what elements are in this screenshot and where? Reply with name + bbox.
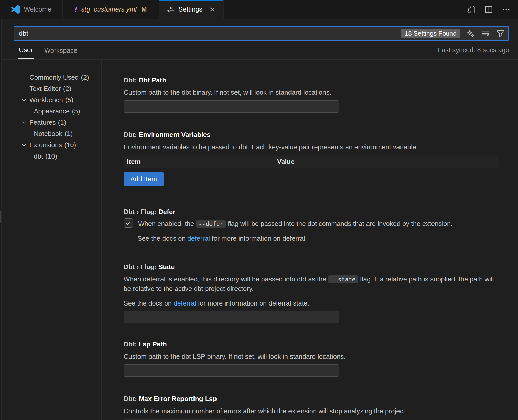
close-tab-icon[interactable] (209, 6, 216, 13)
split-editor-icon[interactable] (485, 5, 493, 14)
docs-note: See the docs on deferral for more inform… (124, 234, 499, 243)
open-settings-json-icon[interactable] (467, 5, 476, 14)
tab-welcome[interactable]: Welcome (0, 0, 63, 19)
setting-max-error-reporting-lsp: Dbt: Max Error Reporting Lsp Controls th… (124, 395, 499, 420)
table-header-row: Item Value (124, 156, 499, 168)
chevron-down-icon[interactable] (21, 142, 29, 148)
tab-settings[interactable]: Settings (159, 0, 224, 19)
tab-label: stg_customers.yml (81, 5, 137, 13)
text-caret (29, 29, 29, 38)
env-variables-table: Item Value (124, 156, 499, 168)
setting-flag-defer: Dbt › Flag: Defer When enabled, the --de… (124, 208, 499, 243)
dbt-path-input[interactable] (124, 100, 339, 113)
deferral-docs-link[interactable]: deferral (174, 299, 196, 307)
column-header-value: Value (277, 158, 295, 166)
setting-description: Custom path to the dbt binary. If not se… (124, 88, 499, 97)
settings-toc: Commonly Used (2) Text Editor (2) Workbe… (0, 60, 102, 420)
setting-flag-state: Dbt › Flag: State When deferral is enabl… (124, 263, 499, 323)
column-header-item: Item (124, 158, 277, 166)
sash-handle[interactable] (0, 211, 1, 223)
last-synced-label: Last synced: 8 secs ago (438, 46, 509, 54)
max-error-reporting-input[interactable] (124, 419, 226, 420)
chevron-down-icon[interactable] (21, 120, 29, 125)
setting-title: Dbt: Environment Variables (124, 131, 499, 139)
toc-item-appearance[interactable]: Appearance (5) (0, 106, 101, 117)
setting-title: Dbt: Max Error Reporting Lsp (124, 395, 499, 403)
settings-list: Dbt: Dbt Path Custom path to the dbt bin… (102, 60, 518, 420)
tab-label: Settings (178, 5, 202, 13)
setting-title: Dbt: Lsp Path (124, 340, 499, 348)
tab-label: Welcome (24, 5, 51, 13)
state-directory-input[interactable] (124, 311, 339, 323)
code-chip-defer: --defer (196, 220, 226, 228)
setting-description: Environment variables to be passed to db… (124, 142, 499, 152)
toc-item-text-editor[interactable]: Text Editor (2) (0, 83, 101, 94)
vscode-window: Welcome ! stg_customers.yml M Settings (0, 0, 518, 420)
editor-tab-bar: Welcome ! stg_customers.yml M Settings (0, 0, 518, 19)
yaml-file-icon: ! (74, 5, 77, 14)
docs-note: See the docs on deferral for more inform… (124, 299, 499, 308)
defer-checkbox-checked[interactable] (124, 218, 133, 228)
code-chip-state: --state (328, 275, 358, 284)
editor-actions (224, 0, 518, 19)
chevron-down-icon[interactable] (21, 97, 29, 103)
settings-search-input[interactable]: dbt 18 Settings Found (14, 26, 509, 41)
search-query-text: dbt (19, 29, 28, 37)
deferral-docs-link[interactable]: deferral (187, 235, 210, 242)
toc-item-dbt[interactable]: dbt (10) (0, 151, 101, 162)
tab-stg-customers-yml[interactable]: ! stg_customers.yml M (63, 0, 159, 19)
setting-description: Controls the maximum number of errors af… (124, 406, 499, 416)
ai-sparkle-search-icon[interactable] (467, 29, 475, 38)
toc-item-features[interactable]: Features (1) (0, 117, 101, 128)
setting-description: When deferral is enabled, this directory… (124, 275, 499, 293)
checkbox-label: When enabled, the --defer flag will be p… (138, 219, 452, 228)
setting-title: Dbt › Flag: Defer (124, 208, 499, 216)
tab-user[interactable]: User (18, 41, 34, 59)
toc-item-commonly-used[interactable]: Commonly Used (2) (0, 72, 101, 83)
clear-search-filters-icon[interactable] (481, 29, 490, 38)
vscode-logo-icon (11, 5, 20, 14)
toc-item-extensions[interactable]: Extensions (10) (0, 139, 101, 151)
add-item-button[interactable]: Add Item (124, 172, 164, 186)
setting-environment-variables: Dbt: Environment Variables Environment v… (124, 131, 499, 186)
setting-title: Dbt › Flag: State (124, 263, 499, 271)
setting-dbt-path: Dbt: Dbt Path Custom path to the dbt bin… (124, 76, 499, 113)
setting-title: Dbt: Dbt Path (124, 76, 499, 84)
settings-search-row: dbt 18 Settings Found (0, 19, 518, 41)
settings-sliders-icon (167, 6, 174, 13)
lsp-path-input[interactable] (124, 364, 339, 377)
modified-badge: M (141, 5, 147, 13)
toc-item-workbench[interactable]: Workbench (5) (0, 94, 101, 106)
settings-scope-row: User Workspace Last synced: 8 secs ago (0, 41, 518, 60)
tab-workspace[interactable]: Workspace (43, 41, 79, 59)
left-sash[interactable] (0, 19, 2, 420)
more-actions-icon[interactable] (502, 5, 510, 14)
setting-lsp-path: Dbt: Lsp Path Custom path to the dbt LSP… (124, 340, 499, 377)
results-count-badge: 18 Settings Found (401, 29, 460, 38)
filter-icon[interactable] (496, 29, 504, 38)
setting-description: Custom path to the dbt LSP binary. If no… (124, 352, 499, 361)
toc-item-notebook[interactable]: Notebook (1) (0, 128, 101, 139)
